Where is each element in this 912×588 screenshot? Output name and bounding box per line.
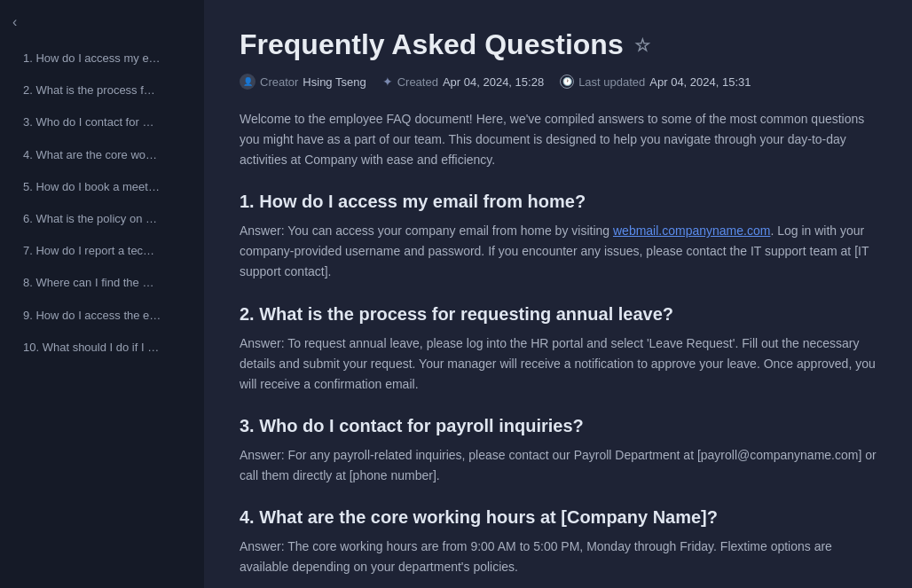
faq-answer-3: Answer: For any payroll-related inquirie… [240, 445, 877, 486]
sidebar-item-6[interactable]: 6. What is the policy on … [5, 204, 199, 234]
collapse-button[interactable]: ‹ [7, 11, 22, 34]
sidebar-item-8[interactable]: 8. Where can I find the … [5, 268, 199, 298]
star-icon[interactable]: ☆ [634, 35, 650, 56]
meta-row: 👤 Creator Hsing Tseng ✦ Created Apr 04, … [240, 74, 877, 90]
sidebar-item-3[interactable]: 3. Who do I contact for … [5, 107, 199, 137]
faq-answer-1: Answer: You can access your company emai… [240, 221, 877, 282]
main-content: Frequently Asked Questions ☆ 👤 Creator H… [204, 0, 912, 588]
faq-question-3: 3. Who do I contact for payroll inquirie… [240, 416, 877, 436]
clock-icon: 🕐 [560, 74, 574, 89]
faq-link-1[interactable]: webmail.companyname.com [613, 223, 770, 238]
sidebar-item-10[interactable]: 10. What should I do if I … [5, 333, 199, 363]
faq-question-1: 1. How do I access my email from home? [240, 192, 877, 212]
sidebar-item-2[interactable]: 2. What is the process f… [5, 75, 199, 106]
sidebar-item-9[interactable]: 9. How do I access the e… [5, 301, 199, 331]
sidebar-item-1[interactable]: 1. How do I access my e… [5, 43, 199, 74]
faq-answer-2: Answer: To request annual leave, please … [240, 333, 877, 395]
sidebar-item-7[interactable]: 7. How do I report a tec… [5, 236, 199, 266]
creator-meta: 👤 Creator Hsing Tseng [240, 74, 366, 90]
created-meta: ✦ Created Apr 04, 2024, 15:28 [382, 74, 544, 89]
faq-question-2: 2. What is the process for requesting an… [240, 304, 877, 325]
page-title-row: Frequently Asked Questions ☆ [240, 28, 877, 61]
avatar-icon: 👤 [240, 74, 256, 90]
page-title: Frequently Asked Questions [240, 28, 624, 61]
faq-container: 1. How do I access my email from home?An… [240, 192, 877, 577]
sidebar-item-5[interactable]: 5. How do I book a meet… [5, 172, 199, 202]
faq-question-4: 4. What are the core working hours at [C… [240, 507, 877, 528]
intro-text: Welcome to the employee FAQ document! He… [240, 109, 877, 170]
sidebar: ‹ 1. How do I access my e…2. What is the… [0, 0, 204, 588]
faq-answer-4: Answer: The core working hours are from … [240, 537, 877, 577]
sparkle-icon: ✦ [382, 74, 393, 89]
sidebar-item-4[interactable]: 4. What are the core wo… [5, 140, 199, 170]
updated-meta: 🕐 Last updated Apr 04, 2024, 15:31 [560, 74, 751, 89]
